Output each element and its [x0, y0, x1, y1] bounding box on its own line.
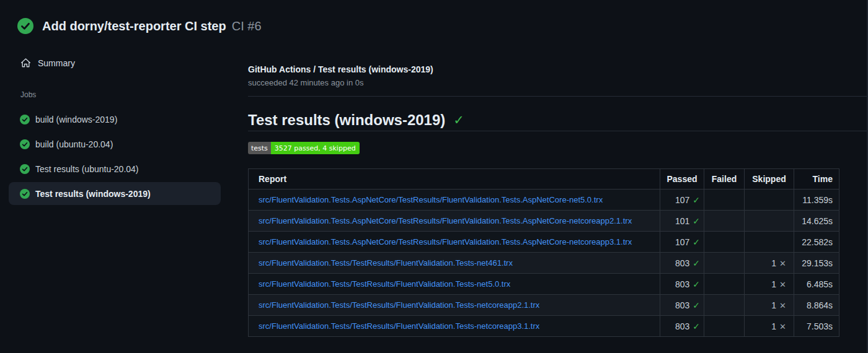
skipped-count: 1	[771, 258, 776, 268]
passed-cell: 803✓	[660, 253, 704, 274]
table-row: src/FluentValidation.Tests.AspNetCore/Te…	[249, 190, 839, 211]
passed-count: 803	[675, 279, 689, 289]
check-icon: ✓	[693, 216, 700, 226]
table-row: src/FluentValidation.Tests.AspNetCore/Te…	[249, 232, 839, 253]
report-cell: src/FluentValidation.Tests/TestResults/F…	[249, 253, 660, 274]
passed-count: 101	[675, 216, 689, 226]
run-title: Add dorny/test-reporter CI step	[42, 19, 226, 33]
table-row: src/FluentValidation.Tests/TestResults/F…	[249, 295, 839, 316]
passed-cell: 803✓	[660, 274, 704, 295]
check-circle-icon	[20, 164, 30, 174]
failed-cell	[704, 232, 745, 253]
passed-cell: 107✓	[660, 232, 704, 253]
failed-cell	[704, 190, 745, 211]
failed-cell	[704, 253, 745, 274]
report-cell: src/FluentValidation.Tests/TestResults/F…	[249, 295, 660, 316]
skipped-cell: 1✕	[745, 295, 794, 316]
skipped-cell: 1✕	[745, 274, 794, 295]
passed-count: 107	[675, 237, 689, 247]
table-row: src/FluentValidation.Tests/TestResults/F…	[249, 274, 839, 295]
sidebar-item-summary[interactable]: Summary	[20, 58, 75, 68]
column-header-failed: Failed	[704, 169, 745, 190]
report-cell: src/FluentValidation.Tests.AspNetCore/Te…	[249, 211, 660, 232]
failed-cell	[704, 274, 745, 295]
failed-cell	[704, 316, 745, 337]
check-status: succeeded 42 minutes ago in 0s	[248, 78, 363, 87]
divider	[248, 96, 868, 97]
column-header-report: Report	[249, 169, 660, 190]
skipped-cell	[745, 211, 794, 232]
time-cell: 29.153s	[794, 253, 839, 274]
column-header-skipped: Skipped	[745, 169, 794, 190]
time-cell: 6.485s	[794, 274, 839, 295]
report-link[interactable]: src/FluentValidation.Tests/TestResults/F…	[259, 321, 539, 331]
job-label: build (windows-2019)	[35, 115, 117, 124]
cross-icon: ✕	[779, 322, 786, 331]
cross-icon: ✕	[779, 259, 786, 268]
check-icon: ✓	[693, 195, 700, 205]
job-label: Test results (windows-2019)	[35, 189, 151, 199]
divider	[248, 131, 868, 131]
check-icon: ✓	[693, 321, 700, 331]
check-icon: ✓	[693, 300, 700, 310]
report-cell: src/FluentValidation.Tests.AspNetCore/Te…	[249, 190, 660, 211]
jobs-heading: Jobs	[20, 90, 36, 99]
skipped-cell	[745, 232, 794, 253]
check-circle-icon	[20, 139, 30, 149]
cross-icon: ✕	[779, 280, 786, 289]
skipped-cell: 1✕	[745, 316, 794, 337]
job-label: build (ubuntu-20.04)	[35, 139, 113, 149]
failed-cell	[704, 211, 745, 232]
job-label: Test results (ubuntu-20.04)	[35, 164, 139, 174]
table-row: src/FluentValidation.Tests/TestResults/F…	[249, 316, 839, 337]
section-title-row: Test results (windows-2019) ✓	[248, 111, 464, 129]
check-run-page: Add dorny/test-reporter CI stepCI #6 Sum…	[0, 0, 868, 353]
report-cell: src/FluentValidation.Tests/TestResults/F…	[249, 274, 660, 295]
sidebar-item-build-windows[interactable]: build (windows-2019)	[9, 108, 221, 131]
check-icon: ✓	[693, 279, 700, 289]
table-header-row: Report Passed Failed Skipped Time	[249, 169, 839, 190]
cross-icon: ✕	[779, 301, 786, 310]
check-icon: ✓	[693, 237, 700, 247]
table-row: src/FluentValidation.Tests.AspNetCore/Te…	[249, 211, 839, 232]
jobs-list: build (windows-2019) build (ubuntu-20.04…	[9, 108, 221, 207]
report-link[interactable]: src/FluentValidation.Tests.AspNetCore/Te…	[259, 195, 603, 204]
time-cell: 14.625s	[794, 211, 839, 232]
tests-badge: tests 3527 passed, 4 skipped	[248, 142, 360, 154]
report-link[interactable]: src/FluentValidation.Tests.AspNetCore/Te…	[259, 216, 632, 225]
sidebar-item-test-results-ubuntu[interactable]: Test results (ubuntu-20.04)	[9, 157, 221, 180]
report-cell: src/FluentValidation.Tests.AspNetCore/Te…	[249, 232, 660, 253]
time-cell: 22.582s	[794, 232, 839, 253]
passed-count: 107	[675, 195, 689, 205]
skipped-count: 1	[771, 300, 776, 310]
skipped-count: 1	[771, 279, 776, 289]
run-number: CI #6	[232, 19, 262, 33]
home-icon	[20, 58, 31, 68]
failed-cell	[704, 295, 745, 316]
badge-value: 3527 passed, 4 skipped	[271, 142, 360, 154]
run-title-group: Add dorny/test-reporter CI stepCI #6	[42, 19, 262, 33]
run-header: Add dorny/test-reporter CI stepCI #6	[17, 18, 262, 34]
column-header-time: Time	[794, 169, 839, 190]
report-link[interactable]: src/FluentValidation.Tests/TestResults/F…	[259, 258, 513, 268]
check-icon: ✓	[453, 113, 464, 128]
passed-cell: 107✓	[660, 190, 704, 211]
passed-cell: 803✓	[660, 295, 704, 316]
badge-label: tests	[248, 142, 271, 154]
time-cell: 7.503s	[794, 316, 839, 337]
time-cell: 11.359s	[794, 190, 839, 211]
report-link[interactable]: src/FluentValidation.Tests.AspNetCore/Te…	[259, 237, 632, 246]
summary-label: Summary	[38, 58, 75, 68]
sidebar-item-test-results-windows[interactable]: Test results (windows-2019)	[9, 182, 221, 205]
check-name: GitHub Actions / Test results (windows-2…	[248, 64, 433, 74]
check-icon: ✓	[693, 258, 700, 268]
passed-cell: 803✓	[660, 316, 704, 337]
report-link[interactable]: src/FluentValidation.Tests/TestResults/F…	[259, 300, 539, 310]
check-circle-icon	[20, 115, 30, 124]
sidebar-item-build-ubuntu[interactable]: build (ubuntu-20.04)	[9, 133, 221, 155]
passed-cell: 101✓	[660, 211, 704, 232]
report-link[interactable]: src/FluentValidation.Tests/TestResults/F…	[259, 279, 510, 289]
table-row: src/FluentValidation.Tests/TestResults/F…	[249, 253, 839, 274]
skipped-cell	[745, 190, 794, 211]
passed-count: 803	[675, 321, 689, 331]
